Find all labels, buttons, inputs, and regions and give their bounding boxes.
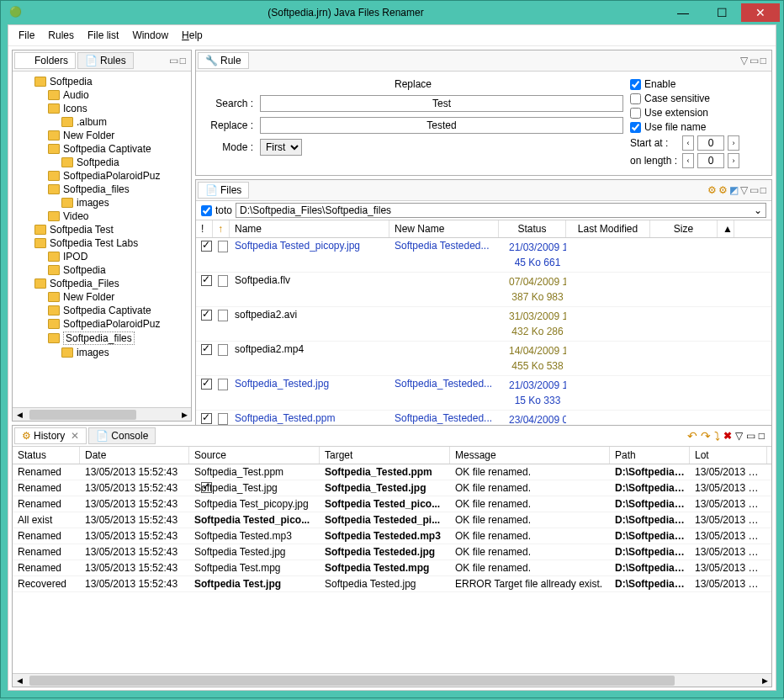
folder-tree[interactable]: SoftpediaAudioIcons.albumNew FolderSoftp… xyxy=(13,72,191,407)
gear-icon[interactable]: ⚙ xyxy=(707,184,717,196)
col-newname[interactable]: New Name xyxy=(389,220,499,237)
table-row[interactable]: Recovered13/05/2013 15:52:43Softpedia Te… xyxy=(13,576,771,592)
hcol-date[interactable]: Date xyxy=(80,447,189,464)
row-checkbox[interactable] xyxy=(201,344,212,355)
tree-item[interactable]: images xyxy=(14,346,189,359)
hcol-message[interactable]: Message xyxy=(450,447,610,464)
tree-item[interactable]: Video xyxy=(14,209,189,223)
row-checkbox[interactable] xyxy=(201,482,212,493)
row-checkbox[interactable] xyxy=(201,275,212,286)
path-combo[interactable]: D:\Softpedia_Files\Softpedia_files⌄ xyxy=(236,203,766,218)
minimize-button[interactable]: — xyxy=(664,3,702,22)
tree-item[interactable]: New Folder xyxy=(14,290,189,304)
tree-item[interactable]: Softpedia xyxy=(14,263,189,277)
panel-menu-icon[interactable]: ▽ xyxy=(740,184,748,196)
mode-select[interactable]: First xyxy=(260,139,302,156)
ext-checkbox[interactable] xyxy=(630,108,641,119)
menu-rules[interactable]: Rules xyxy=(41,27,81,44)
start-inc[interactable]: › xyxy=(728,135,739,151)
toggle-icon[interactable]: ◩ xyxy=(729,184,739,196)
tree-item[interactable]: Softpedia xyxy=(14,75,189,88)
tree-item[interactable]: New Folder xyxy=(14,129,189,142)
gear-arrow-icon[interactable]: ⚙ xyxy=(718,184,728,196)
hcol-path[interactable]: Path xyxy=(610,447,690,464)
row-checkbox[interactable] xyxy=(201,413,212,424)
col-sort[interactable]: ↑ xyxy=(213,220,230,237)
start-dec[interactable]: ‹ xyxy=(682,135,694,151)
tab-rule[interactable]: 🔧Rule xyxy=(198,52,249,69)
table-row[interactable]: softpedia2.mp414/04/2009 1...455 Ko 538 xyxy=(196,342,771,376)
panel-min-icon[interactable]: ▭ xyxy=(750,184,759,196)
table-row[interactable]: Renamed13/05/2013 15:52:43Softpedia Test… xyxy=(13,560,771,576)
tree-item[interactable]: Softpedia Captivate xyxy=(14,304,189,317)
redo-icon[interactable]: ↷ xyxy=(701,429,711,443)
start-value[interactable]: 0 xyxy=(697,135,724,151)
panel-menu-icon[interactable]: ▽ xyxy=(740,55,748,66)
tree-item[interactable]: Softpedia_files xyxy=(14,183,189,196)
table-row[interactable]: Renamed13/05/2013 15:52:43Softpedia_Test… xyxy=(13,480,771,496)
tree-item[interactable]: .album xyxy=(14,115,189,129)
titlebar[interactable]: 🟢 (Softpedia.jrn) Java Files Renamer — ☐… xyxy=(1,1,783,24)
tree-item[interactable]: SoftpediaPolaroidPuz xyxy=(14,317,189,331)
table-row[interactable]: Softpedia.flv07/04/2009 1...387 Ko 983 xyxy=(196,273,771,307)
tab-history[interactable]: ⚙History✕ xyxy=(14,427,87,444)
hcol-target[interactable]: Target xyxy=(320,447,450,464)
clear-icon[interactable]: ✖ xyxy=(723,430,732,442)
search-input[interactable] xyxy=(260,95,623,112)
tab-files[interactable]: 📄Files xyxy=(198,182,249,199)
hcol-status[interactable]: Status xyxy=(13,447,80,464)
tree-item[interactable]: images xyxy=(14,196,189,209)
col-status[interactable]: Status xyxy=(499,220,566,237)
hcol-source[interactable]: Source xyxy=(189,447,320,464)
menu-filelist[interactable]: File list xyxy=(81,27,125,44)
hcol-lot[interactable]: Lot xyxy=(690,447,767,464)
tree-item[interactable]: Softpedia Test Labs xyxy=(14,236,189,250)
menu-file[interactable]: File xyxy=(12,27,41,44)
case-checkbox[interactable] xyxy=(630,93,641,104)
panel-menu-icon[interactable]: ▽ xyxy=(735,430,743,442)
table-row[interactable]: Renamed13/05/2013 15:52:43Softpedia_Test… xyxy=(13,464,771,480)
panel-max-icon[interactable]: □ xyxy=(759,430,765,442)
row-checkbox[interactable] xyxy=(201,241,212,252)
tree-item[interactable]: Softpedia xyxy=(14,156,189,169)
table-row[interactable]: Renamed13/05/2013 15:52:43Softpedia Test… xyxy=(13,496,771,512)
table-row[interactable]: Softpedia Tested_picopy.jpgSoftpedia Tes… xyxy=(196,238,771,273)
tree-item[interactable]: SoftpediaPolaroidPuz xyxy=(14,169,189,183)
table-row[interactable]: Renamed13/05/2013 15:52:43Softpedia Test… xyxy=(13,528,771,544)
tree-item[interactable]: Audio xyxy=(14,88,189,102)
table-row[interactable]: All exist13/05/2013 15:52:43Softpedia Te… xyxy=(13,512,771,528)
scrollbar-horizontal[interactable]: ◀▶ xyxy=(13,673,771,687)
scrollbar-horizontal[interactable]: ◀▶ xyxy=(13,407,191,421)
len-inc[interactable]: › xyxy=(728,153,739,168)
tree-item[interactable]: IPOD xyxy=(14,250,189,263)
enable-checkbox[interactable] xyxy=(630,79,641,90)
col-name[interactable]: Name xyxy=(230,220,389,237)
row-checkbox[interactable] xyxy=(201,379,212,390)
down-arrow-icon[interactable]: ⤵ xyxy=(714,429,720,443)
tree-item[interactable]: Softpedia Test xyxy=(14,223,189,236)
tree-item[interactable]: Softpedia Captivate xyxy=(14,142,189,156)
table-row[interactable]: Renamed13/05/2013 15:52:43Softpedia Test… xyxy=(13,544,771,560)
col-size[interactable]: Size xyxy=(650,220,718,237)
panel-max-icon[interactable]: □ xyxy=(760,55,766,66)
fname-checkbox[interactable] xyxy=(630,122,641,133)
maximize-button[interactable]: ☐ xyxy=(702,3,741,22)
menu-help[interactable]: Help xyxy=(175,27,209,44)
menu-window[interactable]: Window xyxy=(125,27,175,44)
panel-min-icon[interactable]: ▭ xyxy=(746,430,755,442)
toto-checkbox[interactable] xyxy=(201,205,212,216)
len-value[interactable]: 0 xyxy=(697,153,724,168)
col-mark[interactable]: ! xyxy=(196,220,213,237)
tree-item[interactable]: Softpedia_files xyxy=(14,331,189,346)
tab-rules[interactable]: 📄Rules xyxy=(77,52,134,69)
panel-max-icon[interactable]: □ xyxy=(180,55,186,66)
tab-console[interactable]: 📄Console xyxy=(88,427,156,444)
col-caret[interactable]: ▲ xyxy=(718,220,734,237)
table-row[interactable]: softpedia2.avi31/03/2009 1...432 Ko 286 xyxy=(196,307,771,342)
tree-item[interactable]: Softpedia_Files xyxy=(14,277,189,290)
len-dec[interactable]: ‹ xyxy=(682,153,694,168)
col-modified[interactable]: Last Modified xyxy=(566,220,650,237)
undo-icon[interactable]: ↶ xyxy=(687,429,697,443)
close-tab-icon[interactable]: ✕ xyxy=(71,430,79,442)
panel-max-icon[interactable]: □ xyxy=(760,184,766,196)
